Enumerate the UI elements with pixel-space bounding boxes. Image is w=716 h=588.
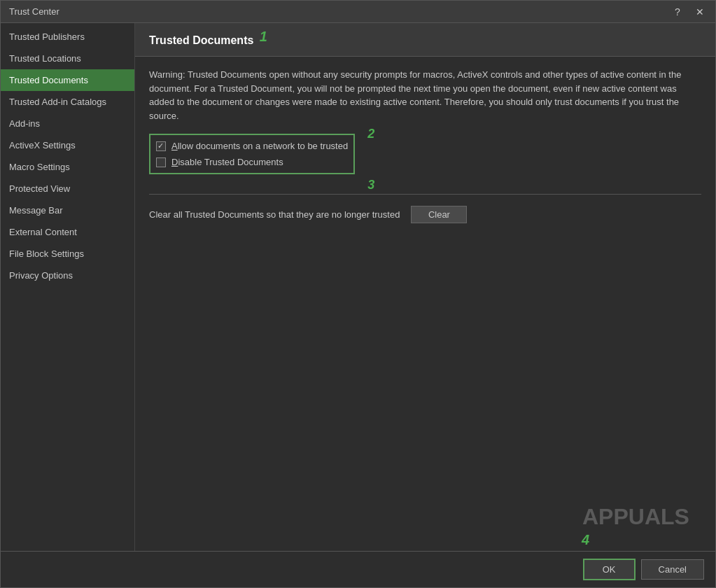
sidebar-item-protected-view[interactable]: Protected View — [1, 178, 134, 200]
allow-network-label: Allow documents on a network to be trust… — [171, 141, 348, 151]
options-group: Allow documents on a network to be trust… — [149, 134, 355, 174]
trust-center-dialog: Trust Center ? ✕ Trusted Publishers Trus… — [0, 0, 716, 588]
clear-button[interactable]: Clear — [411, 206, 467, 223]
warning-text: Warning: Trusted Documents open without … — [149, 68, 701, 122]
window-title: Trust Center — [9, 6, 59, 17]
annotation-2: 2 — [367, 127, 374, 141]
main-panel: Trusted Documents 1 Warning: Trusted Doc… — [135, 23, 715, 551]
disable-trusted-docs-checkbox-row[interactable]: Disable Trusted Documents — [156, 157, 348, 167]
title-bar-controls: ? ✕ — [668, 4, 710, 20]
ok-button[interactable]: OK — [583, 559, 636, 580]
disable-trusted-docs-label: Disable Trusted Documents — [171, 157, 283, 167]
bottom-bar: OK Cancel — [1, 551, 715, 587]
sidebar-item-trusted-addin-catalogs[interactable]: Trusted Add-in Catalogs — [1, 91, 134, 113]
section-body: Warning: Trusted Documents open without … — [135, 57, 715, 315]
sidebar-item-file-block-settings[interactable]: File Block Settings — [1, 243, 134, 265]
sidebar-item-activex-settings[interactable]: ActiveX Settings — [1, 134, 134, 156]
allow-network-checkbox-row[interactable]: Allow documents on a network to be trust… — [156, 141, 348, 151]
disable-trusted-docs-checkbox[interactable] — [156, 158, 166, 167]
sidebar-item-trusted-locations[interactable]: Trusted Locations — [1, 48, 134, 69]
section-title: Trusted Documents — [149, 34, 253, 46]
annotation-3: 3 — [367, 178, 374, 192]
sidebar-item-trusted-publishers[interactable]: Trusted Publishers — [1, 26, 134, 48]
sidebar: Trusted Publishers Trusted Locations Tru… — [1, 23, 135, 551]
clear-description: Clear all Trusted Documents so that they… — [149, 209, 400, 220]
sidebar-item-add-ins[interactable]: Add-ins — [1, 113, 134, 134]
sidebar-item-privacy-options[interactable]: Privacy Options — [1, 265, 134, 286]
divider — [149, 194, 701, 195]
sidebar-item-trusted-documents[interactable]: Trusted Documents — [1, 69, 134, 91]
sidebar-item-external-content[interactable]: External Content — [1, 221, 134, 243]
sidebar-item-macro-settings[interactable]: Macro Settings — [1, 156, 134, 178]
title-bar: Trust Center ? ✕ — [1, 1, 715, 23]
allow-network-checkbox[interactable] — [156, 141, 166, 151]
close-button[interactable]: ✕ — [690, 4, 710, 20]
content-area: Trusted Publishers Trusted Locations Tru… — [1, 23, 715, 551]
annotation-4: 4 — [582, 532, 589, 548]
cancel-button[interactable]: Cancel — [641, 559, 704, 580]
clear-row: Clear all Trusted Documents so that they… — [149, 206, 701, 223]
sidebar-item-message-bar[interactable]: Message Bar — [1, 200, 134, 221]
annotation-1: 1 — [260, 29, 267, 44]
section-header: Trusted Documents 1 — [135, 23, 715, 57]
help-button[interactable]: ? — [668, 4, 687, 20]
